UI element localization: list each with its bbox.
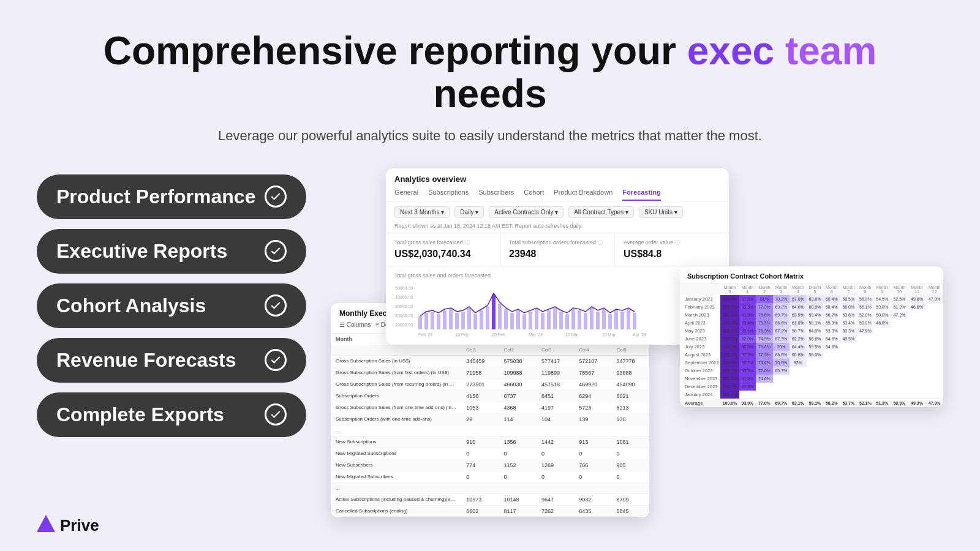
row-value: 8709 bbox=[612, 493, 649, 505]
cohort-cell: 47.2% bbox=[891, 311, 908, 319]
cohort-row: June 2023100.0%82.0%74.9%67.3%62.2%58.6%… bbox=[680, 335, 943, 343]
row-value: 0 bbox=[612, 471, 649, 482]
row-value: 1442 bbox=[537, 436, 574, 448]
cohort-avg-cell: 47.9% bbox=[925, 399, 943, 407]
cohort-cell: 74.6% bbox=[756, 375, 772, 383]
row-value: 7262 bbox=[537, 505, 574, 517]
pill-cohort-analysis[interactable]: Cohort Analysis bbox=[37, 283, 306, 328]
feature-pills: Product Performance Executive Reports Co… bbox=[37, 168, 306, 548]
cohort-cell: 93.4% bbox=[739, 319, 756, 327]
row-label: Gross Subscription Sales (from one-time … bbox=[331, 402, 461, 413]
cohort-cell: 76.3% bbox=[756, 327, 772, 335]
cohort-cell: 100.0% bbox=[720, 359, 739, 367]
logo: Prive bbox=[37, 515, 99, 536]
metric-label: Average order value ⓘ bbox=[624, 239, 720, 246]
analytics-report-note: Report shown as at Jan 18, 2024 12:18 AM… bbox=[386, 223, 729, 233]
row-value: 1081 bbox=[612, 436, 649, 448]
cohort-cell: 82.0% bbox=[739, 335, 756, 343]
row-value: 0 bbox=[574, 471, 611, 482]
analytics-filters[interactable]: Next 3 Months ▾Daily ▾Active Contracts O… bbox=[386, 201, 729, 223]
cohort-cell: 100.0% bbox=[720, 311, 739, 319]
filter-sku-units[interactable]: SKU Units ▾ bbox=[639, 206, 683, 218]
cohort-cell: 74.9% bbox=[756, 335, 772, 343]
cohort-cell: 55.1% bbox=[857, 303, 873, 311]
cohort-cell bbox=[857, 359, 873, 367]
cohort-cell bbox=[925, 351, 943, 359]
cohort-cell bbox=[823, 383, 840, 391]
row-label: Gross Subscription Sales (in US$) bbox=[331, 355, 461, 367]
row-value: 9032 bbox=[574, 493, 611, 505]
cohort-row-label: September 2023 bbox=[680, 359, 720, 367]
pill-revenue-forecasts[interactable]: Revenue Forecasts bbox=[37, 338, 306, 383]
filter-next-3-months[interactable]: Next 3 Months ▾ bbox=[394, 206, 450, 218]
cohort-cell bbox=[790, 383, 806, 391]
metric-label: Total subscription orders forecasted ⓘ bbox=[509, 239, 606, 246]
row-value bbox=[612, 425, 649, 436]
cohort-cell: 53.3% bbox=[823, 327, 840, 335]
row-value: 1152 bbox=[499, 459, 537, 471]
row-label: Gross Subscription Sales (from recurring… bbox=[331, 378, 461, 390]
filter-active-contracts-only[interactable]: Active Contracts Only ▾ bbox=[489, 206, 564, 218]
table-row: Gross Subscription Sales (in US$)3454595… bbox=[331, 355, 649, 367]
tab-cohort[interactable]: Cohort bbox=[524, 189, 544, 201]
cohort-cell: 75.5% bbox=[756, 311, 772, 319]
tab-product-breakdown[interactable]: Product Breakdown bbox=[554, 189, 612, 201]
svg-rect-31 bbox=[578, 310, 581, 329]
cohort-row-label: April 2023 bbox=[680, 319, 720, 327]
cohort-cell bbox=[874, 359, 891, 367]
cohort-cell bbox=[840, 367, 857, 375]
cohort-cell: 60.9% bbox=[807, 303, 823, 311]
row-value: 469920 bbox=[574, 378, 611, 390]
analytics-chart-title: Total gross sales and orders forecasted bbox=[394, 272, 720, 279]
tab-forecasting[interactable]: Forecasting bbox=[622, 189, 660, 201]
row-value: 78567 bbox=[574, 367, 611, 378]
cohort-cell bbox=[925, 311, 943, 319]
table-row: Gross Subscription Sales (from one-time … bbox=[331, 402, 649, 413]
cohort-cell: 49.8% bbox=[908, 295, 926, 303]
cohort-avg-row: Average100.0%93.0%77.0%69.7%63.1%59.1%56… bbox=[680, 399, 943, 407]
filter-all-contract-types[interactable]: All Contract Types ▾ bbox=[568, 206, 634, 218]
row-value: 577417 bbox=[537, 355, 574, 367]
row-value: 6737 bbox=[499, 390, 537, 402]
row-value: 4197 bbox=[537, 402, 574, 413]
cohort-cell: 69.7% bbox=[773, 311, 790, 319]
cohort-cell bbox=[857, 367, 873, 375]
tab-general[interactable]: General bbox=[394, 189, 418, 201]
cohort-cell: 50.0% bbox=[874, 311, 891, 319]
row-value: 6602 bbox=[461, 505, 499, 517]
table-row: Gross Subscription Sales (from first ord… bbox=[331, 367, 649, 378]
row-label: New Migrated Subscriptions bbox=[331, 448, 461, 459]
table-row: ... bbox=[331, 482, 649, 493]
filter-daily[interactable]: Daily ▾ bbox=[454, 206, 484, 218]
tab-subscribers[interactable]: Subscribers bbox=[478, 189, 514, 201]
cohort-cell bbox=[807, 391, 823, 399]
cohort-avg-cell: 100.0% bbox=[720, 399, 739, 407]
cohort-cell: 76.5% bbox=[756, 319, 772, 327]
cohort-cell bbox=[891, 367, 908, 375]
pill-product-performance[interactable]: Product Performance bbox=[37, 174, 306, 219]
row-label: New Subscriptions bbox=[331, 436, 461, 448]
cohort-cell: 67.0% bbox=[790, 295, 806, 303]
cohort-cell bbox=[874, 327, 891, 335]
row-value: 9647 bbox=[537, 493, 574, 505]
cohort-cell bbox=[807, 359, 823, 367]
cohort-cell: 76.8% bbox=[756, 343, 772, 351]
pill-executive-reports[interactable]: Executive Reports bbox=[37, 229, 306, 274]
row-value: 0 bbox=[537, 448, 574, 459]
row-label: New Migrated Subscribers bbox=[331, 471, 461, 482]
tab-subscriptions[interactable]: Subscriptions bbox=[428, 189, 469, 201]
cohort-cell: 100.0% bbox=[720, 367, 739, 375]
cohort-row-label: March 2023 bbox=[680, 311, 720, 319]
row-value: 0 bbox=[612, 448, 649, 459]
cohort-panel-title: Subscription Contract Cohort Matrix bbox=[687, 272, 936, 280]
cohort-cell bbox=[925, 303, 943, 311]
toolbar-columns[interactable]: ☰ Columns bbox=[339, 321, 371, 328]
row-value: 1269 bbox=[537, 459, 574, 471]
cohort-avg-cell: 52.1% bbox=[857, 399, 873, 407]
cohort-cell: 66.6% bbox=[773, 319, 790, 327]
pill-complete-exports[interactable]: Complete Exports bbox=[37, 392, 306, 437]
svg-rect-7 bbox=[431, 312, 434, 329]
cohort-cell: 50.0% bbox=[857, 319, 873, 327]
cohort-avg-cell: 53.7% bbox=[840, 399, 857, 407]
svg-rect-16 bbox=[486, 307, 489, 329]
